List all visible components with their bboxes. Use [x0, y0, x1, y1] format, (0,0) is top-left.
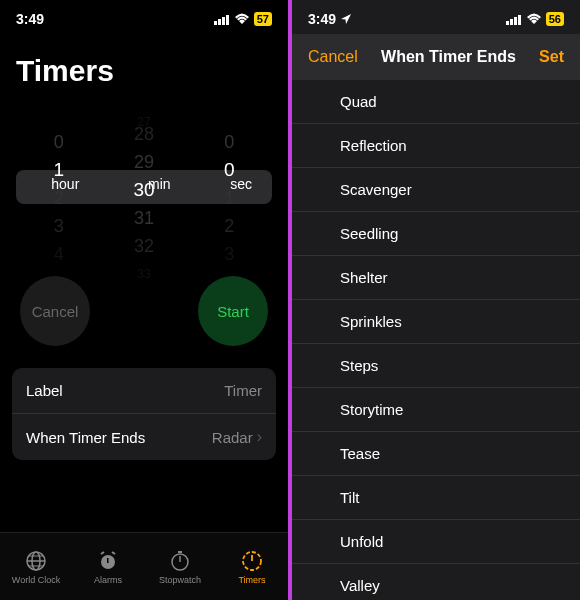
status-time: 3:49	[308, 11, 336, 27]
when-timer-ends-row[interactable]: When Timer Ends Radar ›	[12, 413, 276, 460]
sound-item[interactable]: Storytime	[292, 388, 580, 432]
cellular-icon	[506, 14, 522, 25]
battery-icon: 57	[254, 12, 272, 26]
svg-rect-18	[506, 21, 509, 25]
svg-rect-0	[214, 21, 217, 25]
time-picker[interactable]: 0 1 2 3 4 hour 27 28 29 30 31 32 33 min …	[16, 108, 272, 268]
cellular-icon	[214, 14, 230, 25]
svg-rect-10	[107, 558, 109, 563]
timer-icon	[240, 549, 264, 573]
svg-rect-2	[222, 17, 225, 25]
svg-rect-21	[518, 15, 521, 25]
timer-settings: Label Timer When Timer Ends Radar ›	[12, 368, 276, 460]
sound-item[interactable]: Sprinkles	[292, 300, 580, 344]
sound-item[interactable]: Valley	[292, 564, 580, 600]
label-row[interactable]: Label Timer	[12, 368, 276, 413]
sound-item[interactable]: Shelter	[292, 256, 580, 300]
alarm-icon	[96, 549, 120, 573]
tab-stopwatch[interactable]: Stopwatch	[144, 533, 216, 600]
sound-item[interactable]: Seedling	[292, 212, 580, 256]
modal-header: Cancel When Timer Ends Set	[292, 34, 580, 80]
sound-list[interactable]: Quad Reflection Scavenger Seedling Shelt…	[292, 80, 580, 600]
label-key: Label	[26, 382, 63, 399]
cancel-button[interactable]: Cancel	[308, 48, 358, 66]
ends-key: When Timer Ends	[26, 429, 145, 446]
svg-rect-19	[510, 19, 513, 25]
page-title: Timers	[0, 34, 288, 98]
sound-item[interactable]: Tilt	[292, 476, 580, 520]
picker-minutes[interactable]: 27 28 29 30 31 32 33 min	[101, 108, 186, 268]
tab-alarms[interactable]: Alarms	[72, 533, 144, 600]
when-timer-ends-screen: 3:49 56 Cancel When Timer Ends Set Quad …	[292, 0, 580, 600]
ends-value: Radar	[212, 429, 253, 446]
location-icon	[340, 13, 352, 25]
sound-item[interactable]: Scavenger	[292, 168, 580, 212]
wifi-icon	[234, 13, 250, 25]
start-button[interactable]: Start	[198, 276, 268, 346]
modal-title: When Timer Ends	[381, 48, 516, 66]
status-bar: 3:49 57	[0, 0, 288, 34]
chevron-right-icon: ›	[257, 428, 262, 446]
svg-rect-3	[226, 15, 229, 25]
svg-rect-15	[178, 551, 182, 553]
sound-item[interactable]: Quad	[292, 80, 580, 124]
svg-line-12	[112, 552, 115, 554]
globe-icon	[24, 549, 48, 573]
timers-screen: 3:49 57 Timers 0 1 2 3 4 hour	[0, 0, 288, 600]
status-time: 3:49	[16, 11, 44, 27]
stopwatch-icon	[168, 549, 192, 573]
sound-item[interactable]: Reflection	[292, 124, 580, 168]
tab-world-clock[interactable]: World Clock	[0, 533, 72, 600]
svg-rect-1	[218, 19, 221, 25]
sound-item[interactable]: Unfold	[292, 520, 580, 564]
label-value: Timer	[224, 382, 262, 399]
picker-hours[interactable]: 0 1 2 3 4 hour	[16, 108, 101, 268]
tab-timers[interactable]: Timers	[216, 533, 288, 600]
wifi-icon	[526, 13, 542, 25]
sound-item[interactable]: Tease	[292, 432, 580, 476]
battery-icon: 56	[546, 12, 564, 26]
sound-item[interactable]: Steps	[292, 344, 580, 388]
svg-line-11	[101, 552, 104, 554]
picker-seconds[interactable]: 0 0 1 2 3 sec	[187, 108, 272, 268]
svg-rect-20	[514, 17, 517, 25]
status-bar: 3:49 56	[292, 0, 580, 34]
cancel-button[interactable]: Cancel	[20, 276, 90, 346]
set-button[interactable]: Set	[539, 48, 564, 66]
tab-bar: World Clock Alarms Stopwatch Timers	[0, 532, 288, 600]
